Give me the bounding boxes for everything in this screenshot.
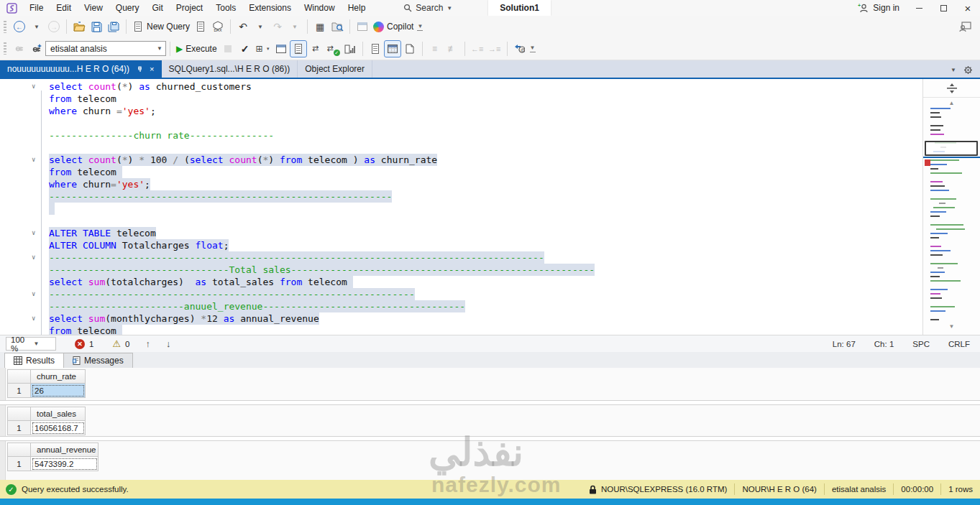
save-all-button[interactable] — [105, 18, 122, 35]
menu-item-query[interactable]: Query — [109, 0, 146, 16]
fold-collapse-icon[interactable]: ∨ — [32, 312, 35, 325]
line-ending-indicator[interactable]: CRLF — [948, 340, 970, 348]
template-parameters-button[interactable]: ⊞▼ — [254, 40, 273, 57]
connect-button[interactable] — [11, 40, 28, 57]
redo-caret[interactable]: ▼ — [286, 18, 303, 35]
menu-item-project[interactable]: Project — [170, 0, 209, 16]
uncomment-button[interactable]: ≢ — [444, 40, 461, 57]
grid-corner-cell[interactable] — [7, 369, 31, 384]
script-table-button[interactable]: ▦ — [311, 18, 329, 35]
grid-corner-cell[interactable] — [7, 407, 31, 421]
parse-button[interactable]: ✓ — [237, 40, 254, 57]
redo-button[interactable]: ↷ — [269, 18, 286, 35]
live-query-stats-button[interactable] — [342, 40, 359, 57]
space-mode-indicator[interactable]: SPC — [912, 340, 930, 348]
row-header[interactable]: 1 — [7, 457, 31, 471]
menu-item-help[interactable]: Help — [342, 0, 372, 16]
results-to-file-button[interactable] — [401, 40, 418, 57]
new-query-button[interactable]: New Query — [130, 18, 192, 35]
search-control[interactable]: Search ▼ — [398, 0, 458, 16]
minimize-button[interactable] — [907, 0, 931, 16]
change-connection-button[interactable] — [28, 40, 45, 57]
fold-collapse-icon[interactable]: ∨ — [32, 251, 35, 264]
include-actual-plan-button[interactable]: ⇄✓ — [324, 40, 342, 57]
menu-item-window[interactable]: Window — [298, 0, 342, 16]
feedback-icon[interactable] — [958, 22, 971, 32]
new-sql-doc-button[interactable] — [192, 18, 209, 35]
fold-collapse-icon[interactable]: ∨ — [32, 227, 35, 239]
execute-button[interactable]: ▶ Execute — [174, 40, 219, 57]
previous-issue-icon[interactable]: ↑ — [145, 338, 150, 349]
database-selector[interactable]: etisalat analsis ▼ — [45, 41, 166, 56]
row-header[interactable]: 1 — [7, 384, 31, 398]
minimap-scrollbar[interactable]: ▲ ▼ — [922, 79, 980, 335]
window-layout-button[interactable] — [354, 18, 371, 35]
menu-item-edit[interactable]: Edit — [50, 0, 78, 16]
column-indicator[interactable]: Ch: 1 — [874, 340, 894, 348]
tab-close-icon[interactable]: × — [150, 65, 154, 73]
navigate-forward-button[interactable]: → — [45, 18, 63, 35]
display-estimated-plan-button[interactable]: ⇄ — [307, 40, 324, 57]
menu-item-extensions[interactable]: Extensions — [242, 0, 298, 16]
scroll-up-icon[interactable]: ▲ — [923, 100, 980, 106]
next-issue-icon[interactable]: ↓ — [166, 338, 171, 349]
results-pane-toggle-button[interactable] — [290, 40, 307, 57]
fold-collapse-icon[interactable]: ∨ — [32, 80, 35, 93]
toolbar-overflow-button[interactable]: ▼ — [417, 23, 423, 31]
column-header[interactable]: annual_revenue — [31, 443, 99, 457]
row-header[interactable]: 1 — [7, 421, 31, 435]
undo-caret[interactable]: ▼ — [252, 18, 269, 35]
menu-item-git[interactable]: Git — [146, 0, 170, 16]
tab-results[interactable]: Results — [4, 353, 64, 368]
sign-in-button[interactable]: + Sign in — [851, 3, 907, 13]
cancel-query-button[interactable] — [219, 40, 237, 57]
results-splitter[interactable] — [0, 400, 980, 405]
tab-list-caret-icon[interactable]: ▼ — [951, 67, 956, 73]
close-button[interactable]: × — [956, 0, 980, 16]
comment-button[interactable]: ≡ — [426, 40, 444, 57]
minimap-viewport-box[interactable] — [925, 141, 978, 156]
tab-options-gear-icon[interactable] — [963, 65, 973, 75]
warning-count[interactable]: ⚠ 0 — [112, 338, 129, 349]
line-indicator[interactable]: Ln: 67 — [833, 340, 856, 348]
results-to-text-button[interactable] — [367, 40, 384, 57]
navigate-back-caret[interactable]: ▼ — [28, 18, 45, 35]
copilot-button[interactable]: Copilot — [371, 18, 416, 35]
tab-messages[interactable]: Messages — [64, 353, 133, 368]
column-header[interactable]: churn_rate — [31, 369, 86, 384]
open-file-button[interactable] — [70, 18, 88, 35]
maximize-button[interactable] — [931, 0, 956, 16]
grid-cell[interactable]: 5473399.2 — [31, 457, 99, 471]
menu-item-view[interactable]: View — [78, 0, 109, 16]
editor-splitter-handle[interactable] — [923, 79, 980, 98]
document-tab-1[interactable]: SQLQuery1.sql...\H E R O (86)) — [162, 60, 298, 78]
activity-monitor-button[interactable] — [329, 18, 346, 35]
navigate-back-button[interactable]: ← — [11, 18, 28, 35]
decrease-indent-button[interactable]: ←≡ — [469, 40, 486, 57]
document-tab-0[interactable]: nouuuuuuuuuuu...H E R O (64))× — [0, 60, 162, 78]
fold-collapse-icon[interactable]: ∨ — [32, 288, 35, 300]
error-count[interactable]: ✕ 1 — [75, 339, 93, 349]
code-area[interactable]: ∨select count(*) as churned_customersfro… — [0, 79, 922, 335]
toolbar-grip[interactable] — [4, 21, 6, 33]
code-editor[interactable]: ∨select count(*) as churned_customersfro… — [0, 79, 980, 335]
menu-item-tools[interactable]: Tools — [209, 0, 242, 16]
toolbar2-overflow-button[interactable]: ▼ — [530, 45, 536, 52]
pin-icon[interactable] — [137, 65, 144, 73]
toolbar-grip-2[interactable] — [4, 42, 6, 55]
specify-values-button[interactable]: @ — [511, 40, 528, 57]
solution-name[interactable]: Solution1 — [488, 0, 551, 16]
query-options-window-button[interactable] — [273, 40, 290, 57]
menu-item-file[interactable]: File — [23, 0, 50, 16]
grid-corner-cell[interactable] — [7, 443, 31, 457]
fold-collapse-icon[interactable]: ∨ — [32, 154, 35, 166]
undo-button[interactable]: ↶ — [234, 18, 252, 35]
results-to-grid-button[interactable] — [384, 40, 401, 57]
grid-cell[interactable]: 16056168.7 — [31, 421, 86, 435]
column-header[interactable]: total_sales — [31, 407, 86, 421]
scroll-down-icon[interactable]: ▼ — [923, 323, 980, 330]
zoom-selector[interactable]: 100 % ▼ — [6, 337, 56, 351]
save-button[interactable] — [88, 18, 105, 35]
increase-indent-button[interactable]: →≡ — [486, 40, 503, 57]
grid-cell[interactable]: 26 — [31, 384, 86, 398]
